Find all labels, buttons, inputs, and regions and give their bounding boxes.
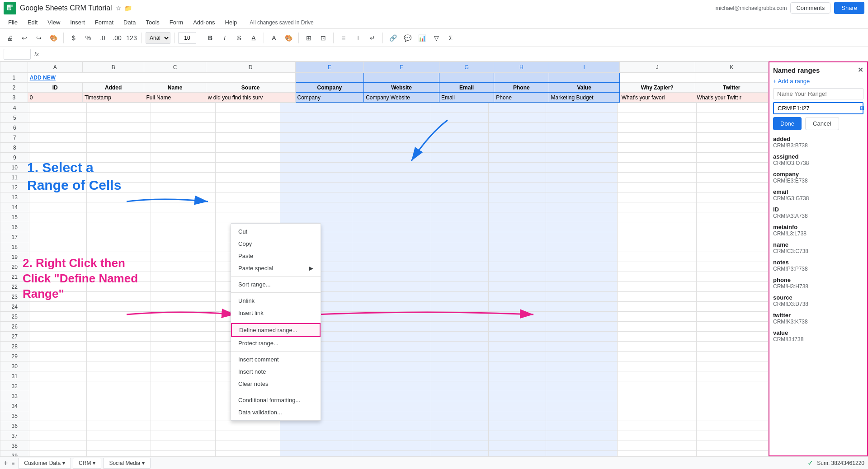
cell-28-11[interactable]	[697, 342, 769, 352]
cell-27-3[interactable]	[151, 332, 216, 342]
cell-9-8[interactable]	[488, 153, 546, 163]
row-header-12[interactable]: 12	[0, 183, 29, 192]
row-header-8[interactable]: 8	[0, 143, 29, 153]
cell-16-6[interactable]	[352, 222, 431, 232]
cell-31-3[interactable]	[151, 371, 216, 381]
cell-29-1[interactable]	[29, 352, 86, 361]
cell-17-6[interactable]	[352, 232, 431, 242]
cell-6-8[interactable]	[488, 123, 546, 133]
cell-17-3[interactable]	[151, 232, 216, 242]
cell-18-10[interactable]	[618, 242, 697, 252]
cell-39-3[interactable]	[151, 451, 216, 457]
cell-20-11[interactable]	[697, 262, 769, 272]
cell-6-3[interactable]	[151, 123, 216, 133]
row-header-4[interactable]: 4	[0, 103, 29, 113]
cell-31-10[interactable]	[618, 371, 697, 381]
cell-38-11[interactable]	[697, 441, 769, 451]
cell-20-9[interactable]	[546, 262, 618, 272]
cell-37-4[interactable]	[216, 431, 280, 441]
cell-21-8[interactable]	[488, 272, 546, 282]
menu-data[interactable]: Data	[119, 18, 140, 27]
cell-27-8[interactable]	[488, 332, 546, 342]
redo-btn[interactable]: ↪	[33, 32, 45, 44]
row-header-27[interactable]: 27	[0, 332, 29, 342]
cell-j1[interactable]	[619, 73, 695, 83]
cell-13-8[interactable]	[488, 192, 546, 202]
cell-8-8[interactable]	[488, 143, 546, 153]
cell-6-9[interactable]	[546, 123, 618, 133]
sheet-tab-social-media[interactable]: Social Media ▾	[103, 458, 151, 469]
cell-18-6[interactable]	[352, 242, 431, 252]
cell-37-8[interactable]	[488, 431, 546, 441]
cell-38-7[interactable]	[431, 441, 488, 451]
cell-37-5[interactable]	[280, 431, 352, 441]
share-button[interactable]: Share	[834, 2, 864, 14]
named-range-item-value[interactable]: valueCRM!I3:I738	[773, 329, 863, 342]
cell-20-7[interactable]	[431, 262, 488, 272]
cell-14-11[interactable]	[697, 202, 769, 212]
comments-button[interactable]: Comments	[790, 2, 830, 14]
menu-addons[interactable]: Add-ons	[189, 18, 219, 27]
cell-21-9[interactable]	[546, 272, 618, 282]
cell-19-11[interactable]	[697, 252, 769, 262]
cell-37-10[interactable]	[618, 431, 697, 441]
strikethrough-btn[interactable]: S	[233, 32, 245, 44]
format-123-btn[interactable]: 123	[125, 32, 138, 44]
cell-18-11[interactable]	[697, 242, 769, 252]
cell-22-10[interactable]	[618, 282, 697, 292]
menu-format[interactable]: Format	[90, 18, 118, 27]
cell-8-3[interactable]	[151, 143, 216, 153]
cell-g2[interactable]: Email	[439, 83, 494, 93]
col-header-j[interactable]: J	[619, 62, 695, 73]
cell-k3[interactable]: What's your Twitt r	[695, 93, 768, 103]
link-btn[interactable]: 🔗	[387, 32, 399, 44]
cell-4-10[interactable]	[618, 103, 697, 113]
cell-8-9[interactable]	[546, 143, 618, 153]
cell-14-4[interactable]	[216, 202, 280, 212]
cell-19-9[interactable]	[546, 252, 618, 262]
cell-28-7[interactable]	[431, 342, 488, 352]
cell-34-7[interactable]	[431, 401, 488, 411]
cell-20-8[interactable]	[488, 262, 546, 272]
cell-b2[interactable]: Added	[82, 83, 144, 93]
cell-14-10[interactable]	[618, 202, 697, 212]
cell-29-7[interactable]	[431, 352, 488, 361]
col-header-h[interactable]: H	[494, 62, 549, 73]
cell-27-11[interactable]	[697, 332, 769, 342]
cell-16-3[interactable]	[151, 222, 216, 232]
cell-13-7[interactable]	[431, 192, 488, 202]
cell-35-11[interactable]	[697, 411, 769, 421]
cell-36-8[interactable]	[488, 421, 546, 431]
cell-29-3[interactable]	[151, 352, 216, 361]
named-range-item-company[interactable]: companyCRM!E3:E738	[773, 171, 863, 184]
done-button[interactable]: Done	[773, 117, 802, 130]
cell-6-11[interactable]	[697, 123, 769, 133]
cell-i2[interactable]: Value	[549, 83, 619, 93]
cell-reference-input[interactable]	[4, 49, 31, 60]
cell-25-9[interactable]	[546, 312, 618, 322]
cell-32-3[interactable]	[151, 381, 216, 391]
cell-11-6[interactable]	[352, 173, 431, 183]
cell-29-10[interactable]	[618, 352, 697, 361]
cell-28-9[interactable]	[546, 342, 618, 352]
align-left-btn[interactable]: ≡	[337, 32, 350, 44]
row-header-34[interactable]: 34	[0, 401, 29, 411]
cell-15-8[interactable]	[488, 212, 546, 222]
cell-10-4[interactable]	[216, 163, 280, 173]
cell-13-11[interactable]	[697, 192, 769, 202]
cell-7-2[interactable]	[86, 133, 151, 143]
ctx-protect-range[interactable]: Protect range...	[231, 337, 321, 349]
formula-input[interactable]	[42, 51, 864, 57]
cell-23-7[interactable]	[431, 292, 488, 302]
cell-14-9[interactable]	[546, 202, 618, 212]
folder-icon[interactable]: 📁	[124, 5, 132, 12]
cell-38-1[interactable]	[29, 441, 86, 451]
cell-i3[interactable]: Marketing Budget	[549, 93, 619, 103]
cell-5-8[interactable]	[488, 113, 546, 123]
cell-11-4[interactable]	[216, 173, 280, 183]
cell-21-10[interactable]	[618, 272, 697, 282]
cell-16-2[interactable]	[86, 222, 151, 232]
cell-8-11[interactable]	[697, 143, 769, 153]
cell-8-5[interactable]	[280, 143, 352, 153]
named-range-item-notes[interactable]: notesCRM!P3:P738	[773, 259, 863, 272]
